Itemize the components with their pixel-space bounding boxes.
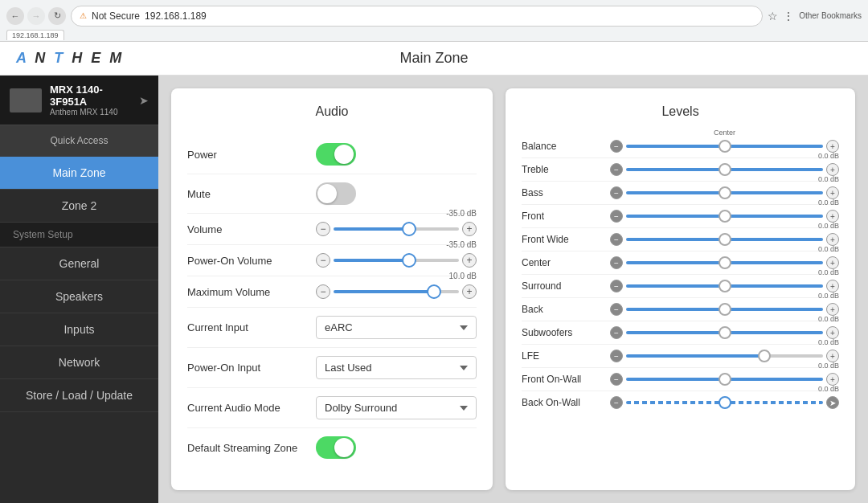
sidebar-item-quick-access[interactable]: Quick Access bbox=[0, 125, 158, 157]
maximum-volume-row: Maximum Volume 10.0 dB − + bbox=[187, 276, 477, 308]
level-slider-balance: Center − + bbox=[610, 140, 839, 153]
back-on-wall-thumb[interactable] bbox=[719, 396, 731, 409]
balance-track[interactable] bbox=[626, 145, 823, 148]
center-thumb[interactable] bbox=[719, 256, 731, 269]
balance-thumb[interactable] bbox=[719, 140, 731, 153]
level-slider-subwoofers: 0.0 dB − + bbox=[610, 326, 839, 339]
mute-toggle[interactable] bbox=[316, 182, 356, 205]
audio-card-title: Audio bbox=[187, 104, 477, 119]
back-thumb[interactable] bbox=[719, 303, 731, 316]
front-thumb[interactable] bbox=[719, 210, 731, 223]
current-audio-mode-row: Current Audio Mode Dolby Surround Stereo… bbox=[187, 388, 477, 428]
forward-button[interactable]: → bbox=[27, 7, 45, 25]
subwoofers-increase-button[interactable]: + bbox=[826, 326, 839, 339]
level-label-front: Front bbox=[522, 211, 602, 222]
treble-increase-button[interactable]: + bbox=[826, 163, 839, 176]
bookmark-icon[interactable]: ☆ bbox=[768, 10, 778, 22]
bass-increase-button[interactable]: + bbox=[826, 186, 839, 199]
sidebar-item-store-load-update[interactable]: Store / Load / Update bbox=[0, 379, 158, 412]
back-increase-button[interactable]: + bbox=[826, 303, 839, 316]
volume-slider-track[interactable] bbox=[334, 227, 459, 231]
maximum-volume-increase-button[interactable]: + bbox=[462, 284, 477, 299]
sidebar-item-speakers[interactable]: Speakers bbox=[0, 280, 158, 313]
current-audio-mode-label: Current Audio Mode bbox=[187, 402, 308, 414]
lfe-track[interactable] bbox=[626, 354, 823, 358]
sidebar-item-zone-2[interactable]: Zone 2 bbox=[0, 190, 158, 223]
current-input-select[interactable]: eARC HDMI 1 HDMI 2 Analog bbox=[316, 316, 477, 339]
power-on-volume-slider-track[interactable] bbox=[334, 259, 459, 262]
power-on-volume-decrease-button[interactable]: − bbox=[316, 253, 330, 268]
device-settings-icon[interactable]: ➤ bbox=[139, 94, 149, 107]
center-track[interactable] bbox=[626, 261, 823, 264]
front-on-wall-track[interactable] bbox=[626, 378, 823, 381]
sidebar-item-network[interactable]: Network bbox=[0, 346, 158, 379]
default-streaming-zone-toggle[interactable] bbox=[316, 436, 356, 459]
front-wide-increase-button[interactable]: + bbox=[826, 233, 839, 246]
menu-icon[interactable]: ⋮ bbox=[783, 10, 794, 22]
back-on-wall-increase-button[interactable]: ➤ bbox=[826, 396, 839, 409]
balance-center-label: Center bbox=[714, 129, 735, 137]
front-on-wall-decrease-button[interactable]: − bbox=[610, 373, 623, 386]
lfe-increase-button[interactable]: + bbox=[826, 350, 839, 362]
volume-increase-button[interactable]: + bbox=[462, 222, 477, 236]
surround-decrease-button[interactable]: − bbox=[610, 280, 623, 292]
front-track[interactable] bbox=[626, 215, 823, 218]
front-wide-track[interactable] bbox=[626, 238, 823, 241]
subwoofers-track[interactable] bbox=[626, 331, 823, 334]
back-track[interactable] bbox=[626, 308, 823, 311]
level-label-treble: Treble bbox=[522, 164, 602, 175]
sidebar-item-main-zone[interactable]: Main Zone bbox=[0, 157, 158, 190]
power-toggle[interactable] bbox=[316, 143, 356, 166]
tab-active[interactable]: 192.168.1.189 bbox=[6, 30, 64, 40]
treble-track[interactable] bbox=[626, 168, 823, 171]
reload-button[interactable]: ↻ bbox=[48, 7, 66, 25]
back-on-wall-track[interactable] bbox=[626, 401, 823, 404]
lfe-thumb[interactable] bbox=[758, 350, 771, 362]
power-on-input-label: Power-On Input bbox=[187, 362, 308, 374]
front-on-wall-thumb[interactable] bbox=[719, 373, 731, 386]
bass-decrease-button[interactable]: − bbox=[610, 186, 623, 199]
treble-thumb[interactable] bbox=[719, 163, 731, 176]
treble-decrease-button[interactable]: − bbox=[610, 163, 623, 176]
subwoofers-thumb[interactable] bbox=[719, 326, 731, 339]
maximum-volume-slider-track[interactable] bbox=[334, 290, 459, 293]
back-on-wall-decrease-button[interactable]: − bbox=[610, 396, 623, 409]
level-label-lfe: LFE bbox=[522, 350, 602, 362]
balance-decrease-button[interactable]: − bbox=[610, 140, 623, 153]
back-button[interactable]: ← bbox=[6, 7, 24, 25]
balance-increase-button[interactable]: + bbox=[826, 140, 839, 153]
maximum-volume-decrease-button[interactable]: − bbox=[316, 284, 330, 299]
power-on-volume-increase-button[interactable]: + bbox=[462, 253, 477, 268]
volume-decrease-button[interactable]: − bbox=[316, 222, 330, 236]
volume-slider-thumb[interactable] bbox=[402, 222, 416, 236]
volume-slider-wrapper: − + bbox=[316, 222, 477, 236]
subwoofers-decrease-button[interactable]: − bbox=[610, 326, 623, 339]
bass-track[interactable] bbox=[626, 191, 823, 194]
back-decrease-button[interactable]: − bbox=[610, 303, 623, 316]
front-increase-button[interactable]: + bbox=[826, 210, 839, 223]
front-wide-decrease-button[interactable]: − bbox=[610, 233, 623, 246]
center-increase-button[interactable]: + bbox=[826, 256, 839, 269]
surround-thumb[interactable] bbox=[719, 280, 731, 292]
app-logo: A N T H E M bbox=[16, 50, 124, 67]
power-on-input-select[interactable]: Last Used eARC HDMI 1 bbox=[316, 356, 477, 379]
maximum-volume-slider-container: 10.0 dB − + bbox=[316, 284, 477, 299]
sidebar-item-general[interactable]: General bbox=[0, 247, 158, 280]
treble-value: 0.0 dB bbox=[818, 152, 839, 160]
lfe-decrease-button[interactable]: − bbox=[610, 350, 623, 362]
surround-track[interactable] bbox=[626, 284, 823, 288]
sidebar-item-inputs[interactable]: Inputs bbox=[0, 313, 158, 346]
app-header: A N T H E M Main Zone bbox=[0, 42, 868, 76]
level-slider-lfe: 0.0 dB − + bbox=[610, 350, 839, 362]
device-name: MRX 1140-3F951A bbox=[50, 84, 131, 108]
front-on-wall-increase-button[interactable]: + bbox=[826, 373, 839, 386]
address-bar[interactable]: ⚠ Not Secure 192.168.1.189 bbox=[71, 6, 763, 27]
center-decrease-button[interactable]: − bbox=[610, 256, 623, 269]
front-wide-thumb[interactable] bbox=[719, 233, 731, 246]
power-on-volume-slider-thumb[interactable] bbox=[402, 253, 416, 268]
front-decrease-button[interactable]: − bbox=[610, 210, 623, 223]
surround-increase-button[interactable]: + bbox=[826, 280, 839, 292]
bass-thumb[interactable] bbox=[719, 186, 731, 199]
maximum-volume-slider-thumb[interactable] bbox=[427, 284, 441, 299]
current-audio-mode-select[interactable]: Dolby Surround Stereo Direct bbox=[316, 396, 477, 419]
